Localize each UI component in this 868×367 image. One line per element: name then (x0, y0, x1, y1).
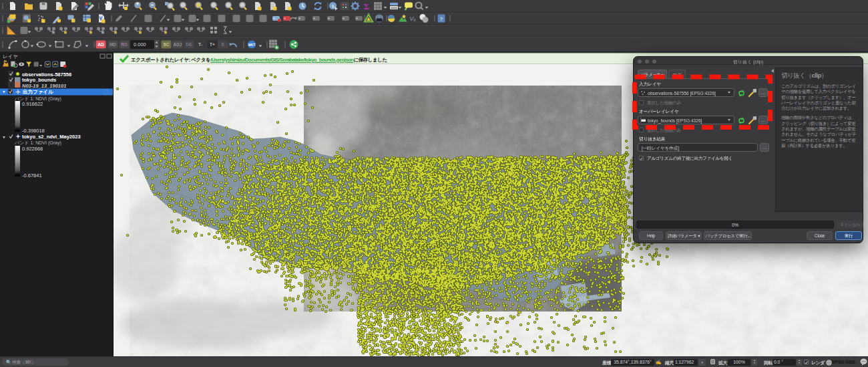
svg-text:SC: SC (163, 42, 169, 47)
svg-text:?: ? (440, 16, 443, 22)
svg-text:WKT: WKT (248, 43, 256, 47)
svg-text:T+: T+ (210, 42, 215, 47)
svg-text:AD: AD (97, 42, 104, 47)
svg-text:Vₒ: Vₒ (409, 15, 416, 22)
svg-text:ADJ: ADJ (173, 42, 182, 47)
svg-text:E: E (222, 42, 225, 47)
svg-text:DE: DE (186, 42, 192, 47)
svg-text:MD: MD (110, 42, 116, 47)
svg-text:Σ: Σ (364, 1, 370, 11)
svg-text:T-: T- (198, 42, 202, 47)
svg-text:i: i (332, 3, 333, 9)
svg-text:RO: RO (121, 42, 128, 47)
svg-text:0.000: 0.000 (134, 41, 146, 47)
